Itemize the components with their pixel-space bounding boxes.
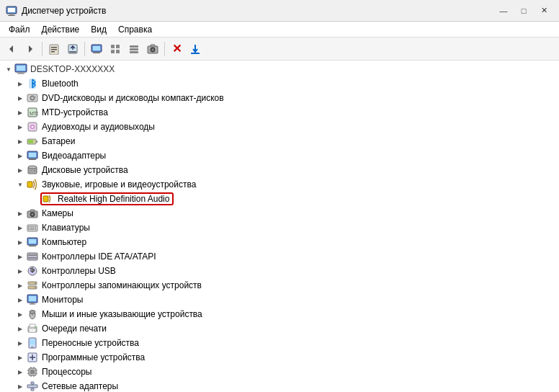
tree-item-monitors[interactable]: Мониторы	[0, 293, 559, 307]
svg-rect-70	[28, 254, 37, 256]
close-button[interactable]: ✕	[535, 4, 553, 18]
svg-rect-58	[28, 226, 30, 228]
show-devices-button[interactable]	[88, 40, 105, 58]
expand-keyboard[interactable]	[14, 222, 26, 233]
realtek-icon	[42, 192, 55, 205]
tree-item-processors[interactable]: Процессоры	[0, 365, 559, 379]
usb-label: Контроллеры USB	[40, 266, 116, 276]
menu-view[interactable]: Вид	[85, 23, 112, 36]
expand-software[interactable]	[14, 352, 26, 363]
tree-item-keyboard[interactable]: Клавиатуры	[0, 220, 559, 235]
expand-processors[interactable]	[14, 366, 26, 378]
forward-button[interactable]	[22, 40, 39, 58]
computer-label: DESKTOP-XXXXXXX	[29, 64, 115, 74]
tree-item-computer[interactable]: Компьютер	[0, 235, 559, 249]
svg-point-77	[35, 282, 36, 284]
expand-computer2[interactable]	[14, 236, 26, 248]
expand-dvd[interactable]	[14, 92, 26, 104]
tree-item-disk[interactable]: Дисковые устройства	[0, 163, 559, 177]
tree-item-portable[interactable]: Переносные устройства	[0, 336, 559, 350]
resources-by-connection-button[interactable]	[125, 40, 143, 58]
expand-portable[interactable]	[14, 337, 26, 349]
svg-rect-60	[32, 226, 34, 228]
maximize-button[interactable]: □	[514, 4, 533, 18]
tree-item-storage[interactable]: Контроллеры запоминающих устройств	[0, 278, 559, 293]
resources-by-type-button[interactable]	[107, 40, 124, 58]
expand-bluetooth[interactable]	[14, 78, 26, 89]
monitors-label: Мониторы	[40, 295, 83, 305]
separator-1	[42, 42, 43, 56]
svg-point-33	[32, 97, 33, 99]
cameras-label: Камеры	[40, 208, 73, 218]
tree-item-mtd[interactable]: MTD MTD-устройства	[0, 105, 559, 120]
print-queue-label: Очереди печати	[40, 324, 107, 334]
svg-point-85	[30, 311, 35, 314]
title-bar: Диспетчер устройств — □ ✕	[0, 0, 559, 22]
menu-action[interactable]: Действие	[36, 23, 86, 36]
expand-cameras[interactable]	[14, 208, 26, 219]
tree-item-cameras[interactable]: Камеры	[0, 206, 559, 220]
tree-item-print-queue[interactable]: Очереди печати	[0, 321, 559, 336]
software-label: Программные устройства	[40, 352, 145, 362]
minimize-button[interactable]: —	[494, 4, 513, 18]
keyboard-icon	[26, 221, 39, 234]
audio-in-label: Аудиовходы и аудиовыходы	[40, 122, 155, 132]
tree-item-battery[interactable]: Батареи	[0, 134, 559, 148]
svg-rect-67	[30, 245, 35, 246]
expand-display[interactable]	[14, 150, 26, 161]
expand-network[interactable]	[14, 380, 26, 392]
svg-rect-6	[51, 49, 57, 50]
computer-root[interactable]: DESKTOP-XXXXXXX	[0, 62, 559, 76]
expand-print-queue[interactable]	[14, 323, 26, 334]
svg-rect-62	[28, 228, 30, 230]
expand-computer[interactable]	[3, 63, 14, 75]
tree-item-display[interactable]: Видеоадаптеры	[0, 148, 559, 163]
expand-battery[interactable]	[14, 135, 26, 147]
expand-ide[interactable]	[14, 251, 26, 262]
back-button[interactable]	[3, 40, 20, 58]
add-hardware-button[interactable]	[187, 40, 204, 58]
expand-monitors[interactable]	[14, 294, 26, 306]
svg-text:MTD: MTD	[30, 111, 38, 116]
svg-rect-107	[31, 388, 34, 391]
disk-label: Дисковые устройства	[40, 165, 128, 175]
computer2-label: Компьютер	[40, 237, 86, 247]
display-label: Видеоадаптеры	[40, 151, 106, 161]
expand-mice[interactable]	[14, 308, 26, 320]
tree-item-usb[interactable]: Контроллеры USB	[0, 264, 559, 278]
svg-rect-88	[30, 329, 35, 331]
tree-item-bluetooth[interactable]: Bluetooth	[0, 76, 559, 91]
tree-item-network[interactable]: Сетевые адаптеры	[0, 379, 559, 392]
tree-item-mice[interactable]: Мыши и иные указывающие устройства	[0, 307, 559, 321]
realtek-highlighted[interactable]: Realtek High Definition Audio	[40, 192, 174, 205]
svg-rect-9	[69, 51, 76, 53]
menu-file[interactable]: Файл	[3, 23, 36, 36]
update-driver-button[interactable]	[64, 40, 81, 58]
usb-icon	[26, 264, 39, 277]
tree-item-software[interactable]: Программные устройства	[0, 350, 559, 365]
expand-audio-in[interactable]	[14, 121, 26, 133]
expand-usb[interactable]	[14, 265, 26, 277]
mice-label: Мыши и иные указывающие устройства	[40, 309, 202, 319]
expand-disk[interactable]	[14, 164, 26, 176]
tree-item-dvd[interactable]: DVD-дисководы и дисководы компакт-дисков	[0, 91, 559, 105]
network-icon	[26, 380, 39, 392]
expand-mtd[interactable]	[14, 107, 26, 118]
computer-icon	[14, 63, 27, 76]
scan-hardware-button[interactable]	[144, 40, 161, 58]
tree-item-realtek[interactable]: Realtek High Definition Audio	[0, 192, 559, 206]
ide-label: Контроллеры IDE ATA/ATAPI	[40, 251, 156, 262]
uninstall-button[interactable]: ✕	[168, 40, 185, 58]
properties-button[interactable]	[45, 40, 63, 58]
expand-storage[interactable]	[14, 280, 26, 291]
svg-rect-57	[27, 225, 37, 231]
toolbar: ✕	[0, 37, 559, 61]
expand-sound[interactable]	[14, 179, 26, 190]
tree-item-ide[interactable]: Контроллеры IDE ATA/ATAPI	[0, 249, 559, 264]
svg-rect-11	[93, 46, 100, 50]
tree-item-sound[interactable]: Звуковые, игровые и видеоустройства	[0, 177, 559, 192]
tree-item-audio-in[interactable]: Аудиовходы и аудиовыходы	[0, 120, 559, 134]
svg-rect-18	[130, 45, 138, 48]
device-tree: DESKTOP-XXXXXXX Bluetooth DVD-дисководы …	[0, 61, 559, 392]
menu-help[interactable]: Справка	[112, 23, 158, 36]
